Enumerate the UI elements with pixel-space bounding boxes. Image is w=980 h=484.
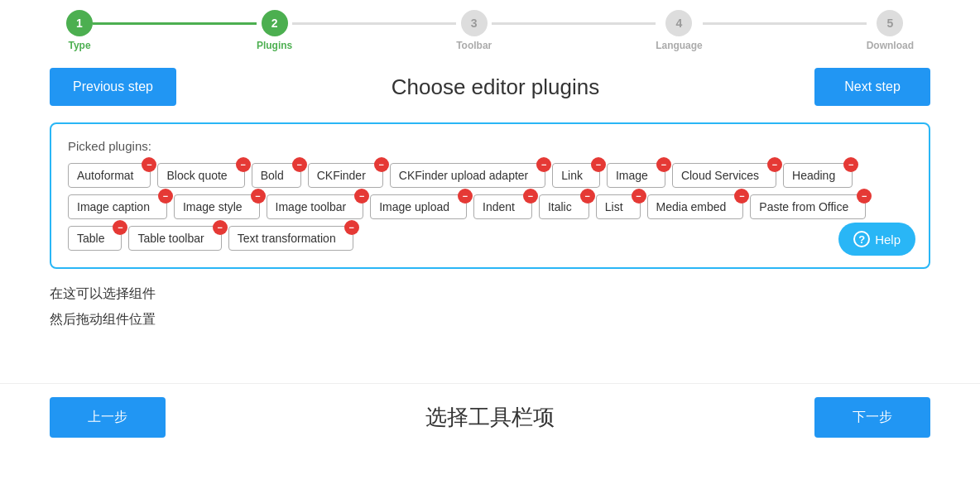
remove-image[interactable]: −: [656, 157, 671, 172]
plugin-text-transformation[interactable]: Text transformation −: [228, 226, 353, 251]
progress-bar: 1 Type 2 Plugins 3 Toolbar 4 Language 5 …: [0, 0, 980, 58]
bottom-section: 上一步 选择工具栏项 下一步: [0, 383, 980, 451]
plugin-paste-from-office[interactable]: Paste from Office −: [750, 194, 866, 219]
step-label-toolbar: Toolbar: [456, 40, 492, 51]
bottom-title: 选择工具栏项: [425, 403, 555, 432]
plugin-tags-container: Autoformat − Block quote − Bold − CKFind…: [68, 163, 912, 251]
remove-image-style[interactable]: −: [251, 189, 266, 204]
remove-autoformat[interactable]: −: [142, 157, 156, 172]
plugin-list[interactable]: List −: [596, 194, 641, 219]
step-circle-1: 1: [66, 10, 93, 36]
remove-image-caption[interactable]: −: [158, 189, 173, 204]
step-plugins: 2 Plugins: [257, 10, 292, 51]
remove-image-upload[interactable]: −: [458, 189, 473, 204]
info-line1: 在这可以选择组件: [0, 269, 980, 308]
prev-step-button[interactable]: Previous step: [50, 68, 176, 106]
plugin-image-caption[interactable]: Image caption −: [68, 194, 167, 219]
info-line2: 然后拖动组件位置: [0, 308, 980, 333]
plugins-box: Picked plugins: Autoformat − Block quote…: [50, 122, 930, 269]
remove-link[interactable]: −: [591, 157, 606, 172]
step-line-3: [492, 22, 656, 25]
plugin-media-embed[interactable]: Media embed −: [647, 194, 744, 219]
step-label-plugins: Plugins: [257, 40, 292, 51]
remove-italic[interactable]: −: [580, 189, 595, 204]
plugin-bold[interactable]: Bold −: [252, 163, 301, 188]
plugin-italic[interactable]: Italic −: [539, 194, 589, 219]
remove-cloud-services[interactable]: −: [767, 157, 782, 172]
step-label-language: Language: [656, 40, 703, 51]
remove-ckfinder[interactable]: −: [374, 157, 389, 172]
remove-list[interactable]: −: [632, 189, 646, 204]
step-label-type: Type: [68, 40, 90, 51]
plugin-ckfinder[interactable]: CKFinder −: [308, 163, 383, 188]
plugin-cloud-services[interactable]: Cloud Services −: [672, 163, 776, 188]
plugin-blockquote[interactable]: Block quote −: [157, 163, 244, 188]
remove-image-toolbar[interactable]: −: [354, 189, 369, 204]
step-circle-4: 4: [665, 10, 692, 36]
remove-table-toolbar[interactable]: −: [213, 220, 228, 235]
help-button[interactable]: ? Help: [838, 223, 915, 256]
plugin-table-toolbar[interactable]: Table toolbar −: [128, 226, 221, 251]
remove-text-transformation[interactable]: −: [344, 220, 359, 235]
remove-table[interactable]: −: [113, 220, 127, 235]
remove-heading[interactable]: −: [843, 157, 858, 172]
next-step-button[interactable]: Next step: [814, 68, 930, 106]
page-title: Choose editor plugins: [392, 74, 600, 100]
step-label-download: Download: [867, 40, 914, 51]
step-line-1: [93, 22, 257, 25]
remove-ckfinder-upload[interactable]: −: [536, 157, 551, 172]
step-circle-5: 5: [877, 10, 903, 36]
step-circle-2: 2: [262, 10, 288, 36]
plugin-indent[interactable]: Indent −: [473, 194, 532, 219]
remove-bold[interactable]: −: [292, 157, 307, 172]
plugins-label: Picked plugins:: [68, 139, 151, 153]
plugin-image[interactable]: Image −: [607, 163, 665, 188]
plugin-image-toolbar[interactable]: Image toolbar −: [267, 194, 364, 219]
remove-media-embed[interactable]: −: [734, 189, 749, 204]
plugin-autoformat[interactable]: Autoformat −: [68, 163, 151, 188]
step-circle-3: 3: [461, 10, 488, 36]
step-language: 4 Language: [656, 10, 703, 51]
plugin-image-upload[interactable]: Image upload −: [370, 194, 467, 219]
step-type: 1 Type: [66, 10, 93, 51]
plugin-heading[interactable]: Heading −: [783, 163, 853, 188]
remove-paste-from-office[interactable]: −: [857, 189, 872, 204]
plugin-image-style[interactable]: Image style −: [174, 194, 260, 219]
step-line-4: [703, 22, 867, 25]
step-line-2: [292, 22, 456, 25]
step-toolbar: 3 Toolbar: [456, 10, 492, 51]
plugin-ckfinder-upload[interactable]: CKFinder upload adapter −: [390, 163, 545, 188]
remove-blockquote[interactable]: −: [236, 157, 251, 172]
bottom-next-button[interactable]: 下一步: [814, 397, 930, 438]
plugin-table[interactable]: Table −: [68, 226, 122, 251]
step-download: 5 Download: [867, 10, 914, 51]
help-icon: ?: [853, 231, 870, 247]
header-row: Previous step Choose editor plugins Next…: [0, 58, 980, 122]
remove-indent[interactable]: −: [523, 189, 538, 204]
bottom-prev-button[interactable]: 上一步: [50, 397, 166, 438]
plugin-link[interactable]: Link −: [552, 163, 600, 188]
